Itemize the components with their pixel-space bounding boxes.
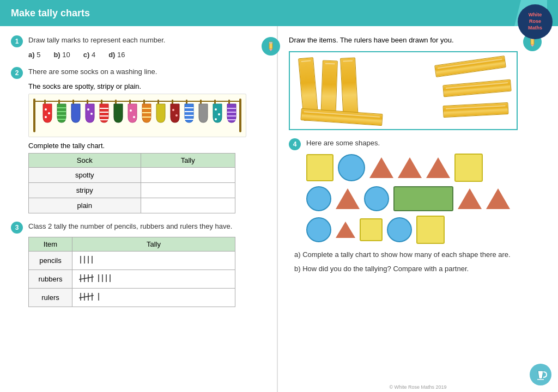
q2-plain-tally[interactable] bbox=[141, 198, 235, 213]
svg-point-4 bbox=[45, 108, 47, 111]
svg-rect-2 bbox=[269, 42, 272, 44]
right-instruction: Draw the items. The rulers have been dra… bbox=[289, 35, 520, 46]
shape-triangle-7 bbox=[336, 222, 355, 238]
svg-rect-25 bbox=[143, 100, 145, 104]
svg-rect-30 bbox=[172, 100, 173, 104]
shape-square-4 bbox=[416, 216, 445, 244]
left-panel: 1 Draw tally marks to represent each num… bbox=[0, 26, 278, 392]
q3-number: 3 bbox=[11, 222, 23, 234]
ruler-4 bbox=[300, 108, 383, 125]
question-2: 2 There are some socks on a washing line… bbox=[11, 66, 266, 213]
q4-number: 4 bbox=[289, 138, 301, 150]
q2-tally-table: Sock Tally spotty stripy plain bbox=[28, 153, 235, 213]
shapes-row-2 bbox=[306, 186, 547, 211]
copyright: © White Rose Maths 2019 bbox=[278, 384, 558, 390]
shape-circle-2 bbox=[306, 186, 331, 211]
shape-square-3 bbox=[360, 218, 383, 241]
q3-rubbers-label: rubbers bbox=[29, 270, 72, 289]
shape-circle-4 bbox=[306, 217, 331, 242]
q2-instruction: Complete the tally chart. bbox=[28, 142, 266, 150]
shape-triangle-1 bbox=[369, 157, 393, 178]
logo-text: White Rose Maths bbox=[528, 12, 542, 31]
q1-b: b) 10 bbox=[53, 51, 70, 59]
q3-pencils-tally bbox=[72, 252, 235, 270]
cup-icon bbox=[533, 367, 548, 382]
q3-pencils-label: pencils bbox=[29, 252, 72, 270]
question-3: 3 Class 2 tally the number of pencils, r… bbox=[11, 221, 266, 307]
svg-line-65 bbox=[79, 296, 94, 298]
ruler-illustration bbox=[289, 51, 518, 130]
svg-line-56 bbox=[79, 277, 94, 280]
q3-tally-table: Item Tally pencils bbox=[28, 237, 235, 307]
ruler-5 bbox=[434, 56, 506, 77]
shape-triangle-3 bbox=[426, 157, 450, 178]
question-4: 4 Here are some shapes. bbox=[289, 138, 547, 275]
shape-triangle-6 bbox=[486, 188, 510, 209]
svg-point-31 bbox=[172, 109, 174, 111]
tally-marks-rubbers bbox=[78, 273, 127, 284]
q1-c: c) 4 bbox=[83, 51, 95, 59]
q4-answers: a) Complete a tally chart to show how ma… bbox=[294, 249, 547, 275]
q3-header: 3 Class 2 tally the number of pencils, r… bbox=[11, 221, 266, 234]
q4-part-b-text: b) How did you do the tallying? Compare … bbox=[294, 265, 469, 273]
page-header: Make tally charts bbox=[0, 0, 558, 26]
q4-part-a: a) Complete a tally chart to show how ma… bbox=[294, 249, 547, 261]
q1-header: 1 Draw tally marks to represent each num… bbox=[11, 35, 266, 47]
tally-marks-rulers bbox=[78, 291, 111, 302]
table-row: stripy bbox=[29, 183, 235, 198]
q2-stripy-tally[interactable] bbox=[141, 183, 235, 198]
svg-point-14 bbox=[87, 108, 89, 111]
right-panel: Draw the items. The rulers have been dra… bbox=[278, 26, 558, 392]
svg-point-15 bbox=[90, 113, 93, 115]
q2-number: 2 bbox=[11, 67, 23, 79]
q3-rulers-label: rulers bbox=[29, 289, 72, 307]
q2-col1-header: Sock bbox=[29, 154, 141, 168]
q2-header: 2 There are some socks on a washing line… bbox=[11, 66, 266, 79]
svg-marker-1 bbox=[269, 49, 272, 51]
svg-rect-16 bbox=[101, 100, 102, 104]
svg-point-23 bbox=[130, 109, 132, 112]
q1-text: Draw tally marks to represent each numbe… bbox=[28, 35, 165, 46]
q1-d: d) 16 bbox=[108, 51, 125, 59]
shape-square-2 bbox=[454, 154, 483, 182]
q3-col1-header: Item bbox=[29, 237, 72, 252]
svg-marker-68 bbox=[531, 45, 534, 47]
shape-circle-5 bbox=[387, 217, 412, 242]
shape-circle-1 bbox=[338, 154, 365, 181]
q2-stripy-label: stripy bbox=[29, 183, 141, 198]
q4-part-b: b) How did you do the tallying? Compare … bbox=[294, 264, 547, 275]
svg-point-5 bbox=[48, 112, 50, 114]
q2-spotty-tally[interactable] bbox=[141, 168, 235, 183]
svg-point-6 bbox=[45, 116, 47, 118]
q2-subtext: The socks are spotty, stripy or plain. bbox=[28, 82, 266, 90]
shapes-illustration bbox=[306, 154, 547, 244]
q4-text: Here are some shapes. bbox=[306, 138, 380, 149]
table-row: rubbers bbox=[29, 270, 235, 289]
main-content: 1 Draw tally marks to represent each num… bbox=[0, 26, 558, 392]
svg-rect-38 bbox=[200, 100, 202, 104]
bottom-icon bbox=[530, 364, 551, 385]
svg-rect-39 bbox=[214, 100, 216, 104]
svg-rect-7 bbox=[58, 100, 60, 104]
q1-sub-items: a) 5 b) 10 c) 4 d) 16 bbox=[28, 51, 266, 59]
svg-point-24 bbox=[133, 116, 135, 118]
q2-col2-header: Tally bbox=[141, 154, 235, 168]
q2-text: There are some socks on a washing line. bbox=[28, 66, 157, 77]
q3-text: Class 2 tally the number of pencils, rub… bbox=[28, 221, 232, 232]
shape-triangle-5 bbox=[458, 188, 482, 209]
ruler-7 bbox=[443, 102, 509, 117]
svg-rect-3 bbox=[44, 100, 46, 104]
svg-point-42 bbox=[215, 118, 217, 120]
socks-svg bbox=[34, 94, 241, 132]
page-title: Make tally charts bbox=[11, 8, 90, 19]
shape-circle-3 bbox=[364, 186, 389, 211]
svg-point-40 bbox=[215, 108, 217, 111]
q4-header: 4 Here are some shapes. bbox=[289, 138, 547, 150]
pencil-badge-1 bbox=[262, 37, 278, 56]
q3-rubbers-tally bbox=[72, 270, 235, 289]
table-row: pencils bbox=[29, 252, 235, 270]
socks-illustration bbox=[28, 94, 246, 137]
logo: White Rose Maths bbox=[518, 4, 553, 39]
svg-rect-13 bbox=[87, 100, 88, 104]
q4-part-a-text: a) Complete a tally chart to show how ma… bbox=[294, 250, 511, 259]
